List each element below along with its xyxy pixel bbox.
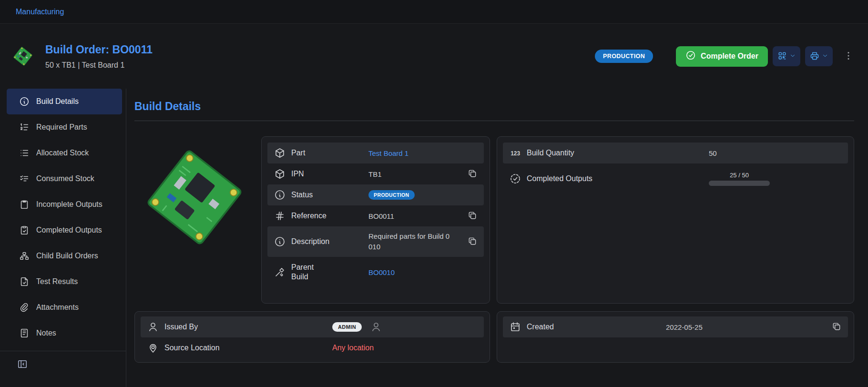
copy-icon (832, 322, 841, 333)
sidebar-item-notes[interactable]: Notes (7, 320, 122, 346)
row-label: Completed Outputs (527, 174, 703, 183)
sitemap-icon (19, 251, 30, 261)
row-completed-outputs: Completed Outputs 25 / 50 (503, 163, 848, 194)
created-value: 2022-05-25 (666, 323, 703, 331)
sidebar-item-label: Child Build Orders (36, 252, 98, 260)
detail-row-status: Status PRODUCTION (267, 184, 484, 205)
admin-badge: ADMIN (332, 322, 362, 332)
sidebar-item-consumed-stock[interactable]: Consumed Stock (7, 166, 122, 192)
sidebar-item-allocated-stock[interactable]: Allocated Stock (7, 140, 122, 166)
sidebar-item-label: Allocated Stock (36, 149, 89, 157)
row-label: Source Location (164, 343, 327, 353)
printer-icon (810, 51, 819, 62)
progress-label: 25 / 50 (730, 172, 749, 179)
package-icon (274, 147, 286, 159)
sidebar-item-label: Incomplete Outputs (36, 200, 102, 209)
hash-icon (274, 210, 286, 222)
row-label: Reference (291, 211, 363, 221)
copy-icon (468, 236, 477, 247)
row-label: Created (527, 322, 660, 332)
print-actions-button[interactable] (805, 46, 833, 66)
qr-code-icon (777, 51, 787, 62)
numbers-123-icon (510, 147, 521, 159)
row-source-location: Source Location Any location (141, 337, 484, 358)
chevron-down-icon (822, 52, 828, 61)
breadcrumb-manufacturing[interactable]: Manufacturing (16, 8, 64, 16)
calendar-icon (510, 321, 521, 333)
row-label: Part (291, 148, 363, 158)
test-results-icon (19, 276, 30, 287)
sidebar: Build Details Required Parts Allocated S… (0, 89, 126, 387)
page-header: Build Order: BO0011 50 x TB1 | Test Boar… (0, 24, 868, 89)
detail-row-part: Part Test Board 1 (267, 143, 484, 163)
sidebar-item-child-build-orders[interactable]: Child Build Orders (7, 243, 122, 269)
parent-build-link[interactable]: BO0010 (368, 268, 395, 276)
section-heading: Build Details (134, 100, 854, 113)
info-circle-icon (274, 189, 286, 201)
user-icon (147, 321, 159, 333)
copy-button[interactable] (468, 236, 477, 247)
row-issued-by: Issued By ADMIN (141, 316, 484, 337)
sidebar-item-build-details[interactable]: Build Details (7, 89, 122, 114)
status-badge: PRODUCTION (368, 190, 415, 200)
part-link[interactable]: Test Board 1 (368, 149, 408, 157)
sidebar-collapse-button[interactable] (0, 355, 126, 374)
info-circle-icon (274, 236, 286, 247)
sidebar-item-required-parts[interactable]: Required Parts (7, 114, 122, 140)
barcode-actions-button[interactable] (773, 46, 800, 66)
sidebar-item-label: Notes (36, 329, 56, 337)
build-thumbnail[interactable] (11, 44, 35, 68)
overflow-menu-button[interactable] (843, 51, 854, 62)
part-image[interactable] (134, 136, 255, 304)
row-label: Issued By (164, 322, 327, 332)
sidebar-item-label: Required Parts (36, 123, 87, 132)
circle-check-icon (685, 50, 696, 62)
progress-check-icon (510, 173, 521, 184)
sidebar-item-label: Attachments (36, 303, 79, 312)
reference-value: BO0011 (368, 212, 394, 220)
completed-outputs-progress: 25 / 50 (709, 172, 770, 186)
heading-divider (134, 121, 854, 121)
user-icon (370, 321, 382, 333)
list-check-icon (19, 173, 30, 184)
notes-icon (19, 328, 30, 338)
sidebar-item-attachments[interactable]: Attachments (7, 295, 122, 320)
breadcrumb: Manufacturing (0, 0, 868, 24)
detail-row-parent-build: Parent Build BO0010 (267, 257, 484, 287)
row-created: Created 2022-05-25 (503, 316, 848, 337)
copy-button[interactable] (468, 169, 477, 180)
description-value: Required parts for Build 0010 (368, 231, 452, 252)
production-status-badge: PRODUCTION (595, 50, 653, 63)
issued-by-value: ADMIN (332, 321, 382, 333)
tools-icon (274, 266, 286, 278)
app-root: Manufacturing Build Order: BO0011 50 x T… (0, 0, 868, 387)
complete-order-button[interactable]: Complete Order (676, 46, 768, 67)
page-title: Build Order: BO0011 (45, 43, 153, 56)
sidebar-item-label: Build Details (36, 97, 79, 106)
quantity-panel: Build Quantity 50 Completed Outputs 25 /… (497, 136, 854, 304)
ipn-value: TB1 (368, 170, 382, 178)
collapse-sidebar-icon (17, 359, 28, 371)
row-label: Status (291, 190, 363, 200)
clipboard-icon (19, 199, 30, 210)
copy-button[interactable] (468, 211, 477, 222)
clipboard-check-icon (19, 225, 30, 235)
list-numbers-icon (19, 122, 30, 132)
source-location-value: Any location (332, 344, 374, 352)
copy-button[interactable] (832, 322, 841, 333)
chevron-down-icon (789, 52, 796, 61)
row-label: Build Quantity (527, 148, 703, 158)
main-content: Build Details Part Test Board 1 I (126, 89, 868, 387)
copy-icon (468, 169, 477, 180)
row-label: Description (291, 237, 363, 246)
sidebar-item-label: Test Results (36, 277, 78, 286)
progress-track (709, 181, 770, 186)
sidebar-item-completed-outputs[interactable]: Completed Outputs (7, 217, 122, 243)
detail-row-reference: Reference BO0011 (267, 205, 484, 226)
detail-row-ipn: IPN TB1 (267, 163, 484, 184)
dots-vertical-icon (843, 51, 854, 62)
sidebar-item-test-results[interactable]: Test Results (7, 269, 122, 295)
complete-order-label: Complete Order (701, 52, 758, 61)
sidebar-item-label: Completed Outputs (36, 226, 102, 234)
sidebar-item-incomplete-outputs[interactable]: Incomplete Outputs (7, 192, 122, 217)
